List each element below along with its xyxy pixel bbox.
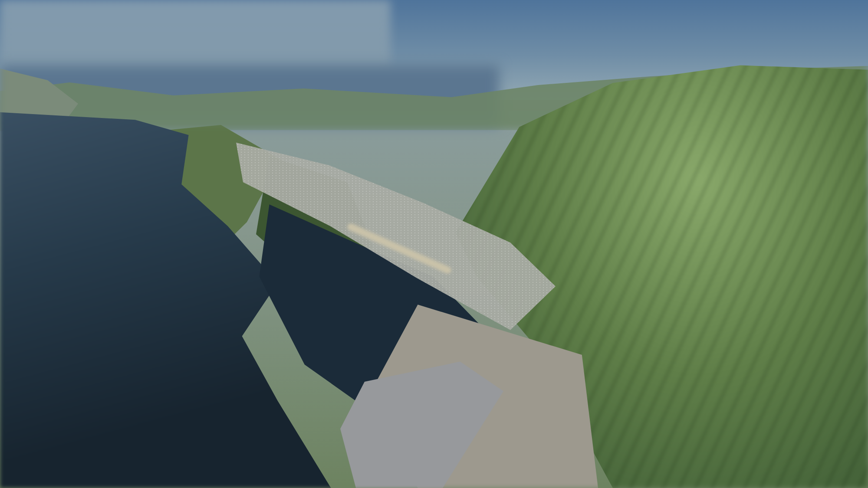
map-background — [0, 0, 868, 488]
